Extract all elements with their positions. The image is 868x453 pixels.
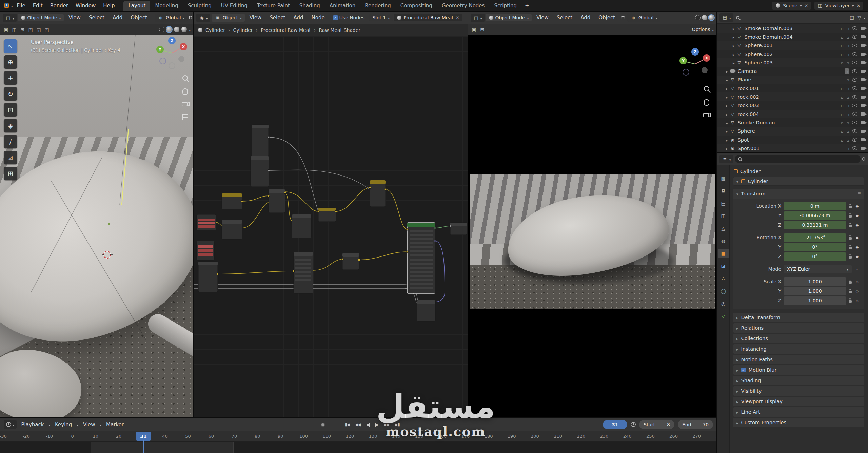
next-keyframe-button[interactable]: ▶▶ (384, 422, 389, 427)
hide-viewport-icon[interactable] (852, 138, 857, 142)
jump-to-end-button[interactable]: ▶▮ (395, 422, 400, 427)
previous-keyframe-button[interactable]: ◀◀ (355, 422, 360, 427)
modifier-icon[interactable] (841, 26, 843, 31)
outliner-row[interactable]: ▽rock.001 (717, 84, 868, 92)
transform-panel-header[interactable]: Transform ≣ (733, 189, 864, 199)
physics-icon[interactable] (847, 26, 849, 31)
pin-icon[interactable] (862, 157, 865, 161)
menu-keying[interactable]: Keying (52, 420, 75, 429)
options-caret-icon[interactable] (712, 26, 714, 33)
section-instancing[interactable]: Instancing (733, 344, 864, 354)
modifier-icon[interactable] (841, 86, 843, 91)
blender-logo-icon[interactable] (4, 3, 9, 8)
modifier-icon[interactable] (841, 43, 843, 48)
filter-collection-icon[interactable]: ◫ (849, 15, 855, 21)
filter-icon[interactable]: ▽ (856, 15, 862, 21)
menu-view[interactable]: View (80, 420, 99, 429)
expand-icon[interactable] (726, 103, 728, 108)
tab-geometry-nodes[interactable]: Geometry Nodes (437, 1, 490, 11)
section-shading[interactable]: Shading (733, 376, 864, 385)
lock-icon[interactable] (849, 256, 852, 259)
disable-render-icon[interactable] (861, 53, 865, 56)
section-viewport-display[interactable]: Viewport Display (733, 397, 864, 406)
hide-viewport-icon[interactable] (852, 104, 857, 107)
hide-viewport-icon[interactable] (852, 129, 857, 133)
lock-icon[interactable] (849, 281, 852, 284)
playhead[interactable] (143, 440, 144, 453)
disable-render-icon[interactable] (861, 96, 865, 99)
physics-icon[interactable] (847, 120, 849, 125)
menu-node[interactable]: Node (308, 14, 328, 22)
lock-icon[interactable] (849, 206, 852, 208)
keyframe-icon[interactable]: ◇ (854, 289, 860, 293)
modifier-icon[interactable] (841, 60, 843, 65)
hide-viewport-icon[interactable] (852, 52, 857, 56)
tab-layout[interactable]: Layout (123, 1, 150, 11)
use-nodes-checkbox[interactable] (333, 15, 338, 20)
breadcrumb-object-name[interactable]: Cylinder (740, 169, 761, 174)
move-tool[interactable]: + (4, 71, 17, 85)
disable-render-icon[interactable] (861, 70, 865, 73)
editor-type-button[interactable] (4, 420, 17, 429)
section-relations[interactable]: Relations (733, 323, 864, 333)
rotation-mode-dropdown[interactable]: XYZ Euler (784, 265, 852, 273)
expand-icon[interactable] (726, 146, 728, 151)
viewport-right-body[interactable]: Z X Y (468, 35, 716, 417)
outliner-row[interactable]: ▽rock.004 (717, 110, 868, 118)
new-viewlayer-icon[interactable] (852, 3, 854, 8)
modifier-icon[interactable] (841, 128, 843, 134)
start-frame-field[interactable]: Start8 (639, 420, 674, 429)
data-icon[interactable] (847, 103, 849, 108)
menu-view[interactable]: View (246, 14, 265, 22)
keyframe-icon[interactable]: ◇ (854, 280, 860, 284)
lock-icon[interactable] (849, 247, 852, 249)
xray-toggle-icon[interactable]: ◰ (27, 26, 34, 33)
editor-type-button[interactable]: ≡ (719, 155, 733, 163)
outliner-row[interactable]: ▽rock.003 (717, 101, 868, 110)
data-icon[interactable] (847, 86, 849, 91)
menu-object[interactable]: Object (595, 14, 618, 22)
data-icon[interactable] (847, 111, 849, 117)
visibility-dropdown-icon[interactable]: ◱ (36, 26, 42, 33)
add-workspace-button[interactable]: + (521, 1, 533, 11)
tab-rendering[interactable]: Rendering (360, 1, 396, 11)
gizmo-toggle-icon[interactable]: ◫ (11, 26, 17, 33)
shading-solid-icon[interactable] (166, 27, 172, 32)
new-scene-icon[interactable] (800, 3, 802, 8)
menu-add[interactable]: Add (109, 14, 126, 22)
menu-file[interactable]: File (14, 2, 29, 10)
modifiers-tab[interactable]: ◪ (718, 261, 729, 271)
unlink-material-icon[interactable] (456, 15, 460, 20)
tab-uv-editing[interactable]: UV Editing (216, 1, 252, 11)
expand-icon[interactable] (726, 120, 728, 125)
outliner-row-camera[interactable]: Camera (717, 67, 868, 75)
world-tab[interactable]: ◍ (718, 236, 729, 246)
hide-viewport-icon[interactable] (852, 95, 857, 99)
expand-icon[interactable] (733, 43, 735, 48)
viewlayer-selector[interactable]: ◫ ViewLayer (814, 2, 863, 10)
section-delta-transform[interactable]: Delta Transform (733, 313, 864, 322)
expand-icon[interactable] (736, 179, 738, 184)
search-icon[interactable] (735, 15, 741, 21)
disable-render-icon[interactable] (861, 104, 865, 107)
modifier-icon[interactable] (841, 103, 843, 108)
material-selector[interactable]: Procedural Raw Meat (394, 14, 462, 21)
hide-viewport-icon[interactable] (852, 26, 857, 30)
rotation-z-field[interactable]: 0° (784, 252, 846, 261)
data-icon[interactable] (847, 128, 849, 134)
menu-view[interactable]: View (65, 14, 84, 22)
disable-render-icon[interactable] (861, 27, 865, 30)
remove-viewlayer-icon[interactable] (856, 3, 861, 8)
hide-viewport-icon[interactable] (852, 78, 857, 82)
scene-tab[interactable]: △ (718, 224, 729, 233)
lock-icon[interactable] (849, 300, 852, 303)
keyframe-icon[interactable]: ◆ (854, 204, 860, 208)
keyframe-icon[interactable]: ◇ (854, 298, 860, 303)
hide-viewport-icon[interactable] (852, 112, 857, 116)
outliner-row[interactable]: ◉Spot.001 (717, 144, 868, 152)
section-line-art[interactable]: Line Art (733, 407, 864, 417)
expand-icon[interactable] (726, 77, 728, 82)
menu-select[interactable]: Select (553, 14, 576, 22)
disable-render-icon[interactable] (861, 138, 865, 141)
constraints-tab[interactable]: ◎ (718, 299, 729, 308)
